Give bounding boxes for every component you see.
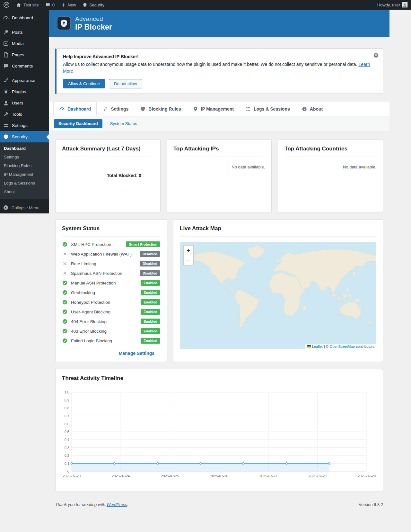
svg-text:2025-07-23: 2025-07-23 [63, 474, 81, 478]
svg-text:0.6: 0.6 [65, 422, 69, 426]
status-row: Manual ASN Protection Enabled [62, 278, 160, 288]
status-label: User-Agent Blocking [71, 310, 137, 314]
dismiss-notice-button[interactable] [373, 52, 379, 58]
line-chart: 00.10.20.30.40.50.60.70.80.91.02025-07-2… [62, 388, 376, 484]
admin-bar: W Test site 0 New Security Howdy, user [0, 0, 411, 10]
plugin-title-line2: IP Blocker [75, 23, 112, 32]
zoom-out-button[interactable]: − [184, 255, 193, 265]
submenu-item-dashboard[interactable]: Dashboard [0, 144, 49, 153]
media-icon [3, 41, 9, 47]
subtab-system-status[interactable]: System Status [110, 121, 137, 126]
map-zoom-control: + − [183, 245, 194, 266]
check-circle-icon [62, 338, 68, 344]
world-map[interactable]: + − Leaflet | © OpenStreetMap contributo… [180, 242, 376, 349]
sidebar-item-dashboard[interactable]: Dashboard [0, 12, 49, 23]
svg-text:2025-07-28: 2025-07-28 [309, 474, 327, 478]
status-label: Honeypot Protection [71, 300, 137, 305]
svg-text:1.0: 1.0 [65, 390, 69, 394]
status-row: User-Agent Blocking Enabled [62, 307, 160, 317]
sidebar-item-pages[interactable]: Pages [0, 49, 49, 60]
svg-text:0.7: 0.7 [65, 414, 69, 418]
site-name-menu[interactable]: Test site [13, 0, 42, 10]
wrench-icon [3, 111, 9, 117]
sidebar-item-security[interactable]: Security [0, 131, 49, 142]
tab-label: Dashboard [67, 106, 91, 112]
sidebar-item-label: Users [12, 101, 23, 105]
status-label: Spamhaus ASN Protection [71, 271, 136, 276]
submenu-item-about[interactable]: About [0, 187, 49, 196]
submenu-item-blocking-rules[interactable]: Blocking Rules [0, 161, 49, 170]
collapse-menu-button[interactable]: Collapse Menu [0, 202, 49, 213]
card-title: Attack Summary (Last 7 Days) [62, 146, 154, 152]
usage-data-notice: Help Improve Advanced IP Blocker! Allow … [55, 49, 383, 94]
sidebar-item-tools[interactable]: Tools [0, 109, 49, 120]
subtab-security-dashboard[interactable]: Security Dashboard [54, 119, 102, 128]
sidebar-item-users[interactable]: Users [0, 97, 49, 109]
plug-icon [3, 89, 9, 95]
allow-continue-button[interactable]: Allow & Continue [63, 79, 105, 88]
do-not-allow-button[interactable]: Do not allow [109, 79, 142, 88]
sidebar-item-appearance[interactable]: Appearance [0, 75, 49, 86]
check-circle-icon [62, 299, 68, 305]
leaflet-link[interactable]: Leaflet [312, 345, 323, 348]
manage-settings-link[interactable]: Manage Settings → [62, 351, 160, 356]
check-circle-icon [62, 328, 68, 334]
card-divider [284, 157, 376, 157]
plugin-header: Advanced IP Blocker [49, 10, 389, 37]
top-attacking-countries-card: Top Attacking Countries No data availabl… [278, 140, 383, 212]
status-badge: Enabled [141, 299, 160, 305]
sub-tabs: Security Dashboard System Status [49, 116, 389, 131]
status-badge: Enabled [141, 290, 160, 295]
card-divider [62, 236, 160, 237]
sidebar-item-media[interactable]: Media [0, 38, 49, 49]
tab-dashboard[interactable]: Dashboard [53, 102, 97, 116]
my-account-menu[interactable]: Howdy, user [374, 0, 411, 10]
svg-text:2025-07-26: 2025-07-26 [210, 474, 228, 478]
sidebar-item-plugins[interactable]: Plugins [0, 86, 49, 97]
tab-blocking-rules[interactable]: Blocking Rules [134, 102, 187, 116]
tab-settings[interactable]: Settings [97, 102, 134, 116]
howdy-text: Howdy, user [377, 3, 400, 7]
info-icon [302, 106, 307, 112]
submenu-item-logs-sessions[interactable]: Logs & Sessions [0, 179, 49, 187]
zoom-in-button[interactable]: + [184, 246, 193, 255]
shield-icon [3, 134, 9, 140]
card-divider [62, 157, 154, 157]
security-adminbar-menu[interactable]: Security [79, 0, 108, 10]
sidebar-item-settings[interactable]: Settings [0, 120, 49, 131]
wp-logo-menu[interactable]: W [0, 0, 13, 10]
sidebar-item-label: Security [12, 134, 28, 139]
status-row: 403 Error Blocking Enabled [62, 326, 160, 336]
pushpin-icon [3, 29, 9, 35]
status-badge: Disabled [140, 251, 160, 257]
map-attribution: Leaflet | © OpenStreetMap contributors [305, 344, 376, 349]
wordpress-link[interactable]: WordPress [107, 502, 127, 507]
sidebar-item-posts[interactable]: Posts [0, 27, 49, 38]
status-label: Web Application Firewall (WAF) [71, 252, 136, 257]
svg-text:2025-07-29: 2025-07-29 [358, 474, 376, 478]
tab-logs-sessions[interactable]: Logs & Sessions [240, 102, 296, 116]
comments-menu[interactable]: 0 [42, 0, 58, 10]
comments-count: 0 [52, 3, 55, 7]
comment-bubble-icon [45, 2, 50, 7]
tab-ip-management[interactable]: IP Management [187, 102, 240, 116]
admin-footer: Thank you for creating with WordPress. V… [55, 491, 383, 511]
tab-about[interactable]: About [296, 102, 328, 116]
status-row: XML-RPC Protection Smart Protection [62, 239, 160, 249]
submenu-item-ip-management[interactable]: IP Management [0, 170, 49, 179]
new-content-menu[interactable]: New [58, 0, 79, 10]
openstreetmap-link[interactable]: OpenStreetMap [330, 345, 355, 348]
card-title: System Status [62, 225, 160, 232]
status-label: Manual ASN Protection [71, 281, 137, 285]
location-pin-icon [193, 106, 198, 112]
svg-text:0.5: 0.5 [65, 430, 69, 434]
submenu-item-settings[interactable]: Settings [0, 153, 49, 161]
sidebar-item-comments[interactable]: Comments [0, 60, 49, 72]
world-map-graphic [180, 242, 376, 349]
footer-version: Version 6.8.2 [359, 502, 383, 507]
shield-icon [83, 3, 87, 7]
security-adminbar-label: Security [89, 3, 104, 7]
svg-text:2025-07-25: 2025-07-25 [161, 474, 179, 478]
status-row: Geoblocking Enabled [62, 288, 160, 297]
tab-label: Blocking Rules [148, 106, 181, 112]
